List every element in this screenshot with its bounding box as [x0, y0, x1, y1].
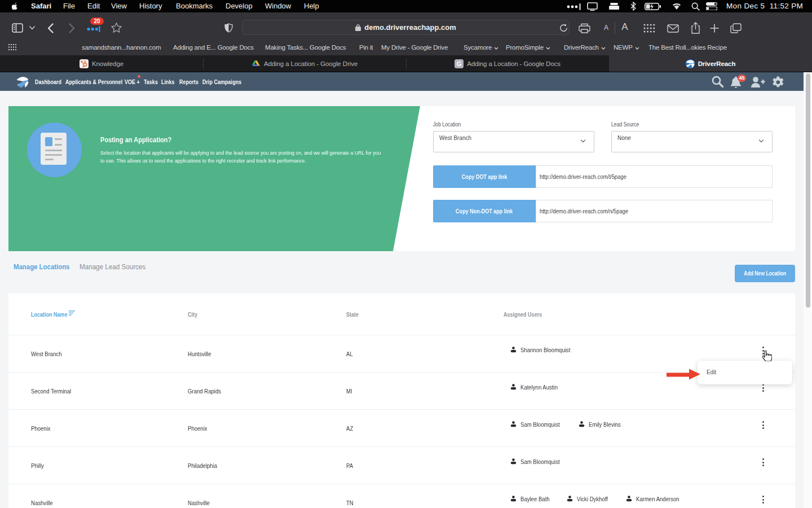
svg-text:G: G: [457, 60, 461, 67]
